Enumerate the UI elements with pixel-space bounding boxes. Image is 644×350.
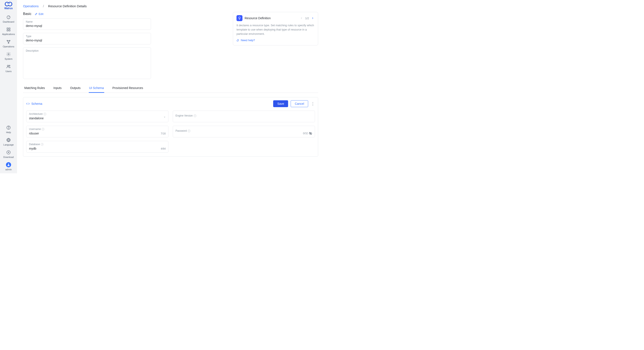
basic-section-title: Basic [23,12,31,16]
help-page-indicator: 1/2 [305,17,309,20]
help-body: It declares a resource type. Set matchin… [236,23,314,36]
sidebar-item-operations[interactable]: Operations [3,39,14,48]
tab-outputs[interactable]: Outputs [70,83,81,93]
chevron-down-icon: ⌄ [164,115,166,118]
tab-inputs[interactable]: Inputs [53,83,62,93]
code-icon [26,102,30,105]
pointer-icon [236,39,240,42]
tabs: Matching Rules Inputs Outputs UI Schema … [23,83,318,93]
nodes-icon [6,39,11,44]
info-icon: i [188,130,190,132]
svg-point-0 [7,3,8,4]
username-counter: 7/16 [161,132,166,135]
username-input[interactable]: Usernamei rdsuser 7/16 [26,126,168,137]
architecture-select[interactable]: Architecturei standalone ⌄ [26,111,168,122]
pencil-icon [35,12,38,15]
database-counter: 4/64 [161,147,166,150]
password-input[interactable]: Passwordi 0/32 [173,126,315,137]
sidebar-item-download[interactable]: Download [4,150,14,158]
more-actions-button[interactable]: ⋮ [311,102,315,106]
info-icon: i [41,143,44,146]
eye-off-icon[interactable] [309,132,312,135]
sidebar: Walrus Dashboard Applications Operations… [0,0,17,173]
avatar-icon [6,162,11,167]
info-icon: i [194,114,196,117]
password-counter: 0/32 [303,132,308,135]
brand-text: Walrus [4,7,13,10]
edit-button[interactable]: Edit [35,12,43,16]
description-field: Description [23,47,151,79]
name-field: Name demo-mysql [23,18,151,30]
type-field: Type demo-mysql [23,33,151,44]
svg-rect-4 [9,28,10,29]
gear-icon [6,52,11,57]
schema-panel: Schema Save Cancel ⋮ Architecturei stand… [23,97,318,157]
svg-point-17 [8,164,9,165]
tab-provisioned-resources[interactable]: Provisioned Resources [112,83,144,93]
database-input[interactable]: Databasei mydb 4/64 [26,141,168,153]
breadcrumb-operations[interactable]: Operations [23,4,38,8]
help-title: Resource Definition [244,17,270,20]
grid-icon [6,27,11,32]
svg-point-11 [7,65,8,66]
help-card: Resource Definition 1/2 It declares a re… [233,12,318,46]
info-icon: i [42,128,44,131]
save-button[interactable]: Save [273,100,288,107]
svg-point-1 [9,3,10,4]
svg-point-10 [8,54,9,55]
breadcrumb-current: Resource Definition Details [48,4,87,8]
sidebar-item-admin[interactable]: admin [5,162,12,171]
svg-rect-5 [7,30,8,31]
svg-rect-3 [7,28,8,29]
tab-ui-schema[interactable]: UI Schema [89,83,104,93]
download-icon [6,150,11,155]
need-help-link[interactable]: Need help? [236,39,314,42]
engine-version-input[interactable]: Engine Versioni [173,111,315,122]
sidebar-item-dashboard[interactable]: Dashboard [3,15,14,23]
cancel-button[interactable]: Cancel [291,100,308,107]
help-prev-button[interactable] [300,16,304,20]
users-icon [6,64,11,69]
svg-rect-6 [9,30,10,31]
tab-matching-rules[interactable]: Matching Rules [24,83,46,93]
sidebar-item-help[interactable]: Help [6,125,11,134]
logo-mark-icon [4,2,13,7]
gauge-icon [6,15,11,20]
svg-point-9 [8,43,9,43]
sidebar-item-language[interactable]: Language [4,137,14,146]
info-icon: i [44,113,46,115]
breadcrumb: Operations / Resource Definition Details [23,0,318,12]
sidebar-item-users[interactable]: Users [6,64,12,73]
main-content: Operations / Resource Definition Details… [17,0,322,173]
lightbulb-icon [236,15,242,21]
sidebar-item-applications[interactable]: Applications [2,27,15,36]
type-value: demo-mysql [26,39,148,42]
brand-logo: Walrus [4,2,13,10]
svg-point-12 [9,65,10,66]
help-icon [6,125,11,130]
help-pager: 1/2 [300,16,314,20]
name-value: demo-mysql [26,24,148,28]
svg-point-2 [7,16,10,19]
help-next-button[interactable] [311,16,314,20]
schema-title[interactable]: Schema [26,102,42,105]
breadcrumb-sep: / [43,4,44,8]
sidebar-item-system[interactable]: System [5,52,12,60]
globe-icon [6,137,11,143]
